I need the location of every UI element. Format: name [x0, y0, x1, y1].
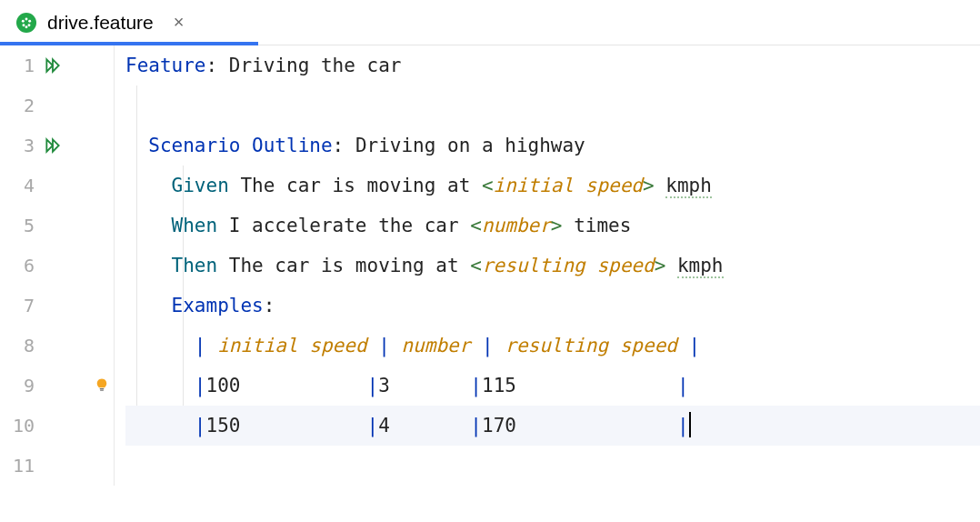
text: Driving the car — [217, 55, 401, 76]
pipe: | — [378, 335, 390, 356]
code-area[interactable]: Feature: Driving the car Scenario Outlin… — [115, 45, 980, 486]
text: times — [562, 215, 631, 236]
line-number: 11 — [0, 446, 42, 486]
code-line[interactable]: Examples: — [125, 286, 980, 326]
line-number: 9 — [0, 366, 42, 406]
text: I accelerate the car — [217, 215, 470, 236]
code-line[interactable]: | initial speed | number | resulting spe… — [125, 326, 980, 366]
param: number — [482, 215, 551, 236]
code-line[interactable]: |100 |3 |115 | — [125, 366, 980, 406]
text: The car is moving at — [229, 175, 482, 196]
gutter-row[interactable]: 6 — [0, 246, 114, 286]
param: resulting speed — [482, 255, 655, 276]
line-number: 1 — [0, 45, 42, 85]
code-line[interactable]: Then The car is moving at <resulting spe… — [125, 246, 980, 286]
editor-tab[interactable]: drive.feature × — [0, 0, 204, 45]
gutter-row[interactable]: 1 — [0, 45, 114, 85]
angle-close: > — [551, 215, 563, 236]
line-number: 3 — [0, 125, 42, 166]
gutter-row[interactable]: 4 — [0, 166, 114, 206]
table-cell: 150 — [206, 415, 367, 437]
svg-rect-7 — [100, 390, 104, 391]
line-number: 6 — [0, 246, 42, 286]
table-cell: 4 — [378, 415, 470, 437]
gutter-row[interactable]: 3 — [0, 125, 114, 166]
pipe: | — [195, 335, 206, 356]
angle-close: > — [655, 255, 666, 276]
gutter-row[interactable]: 11 — [0, 446, 114, 486]
angle-open: < — [470, 255, 482, 276]
keyword-given: Given — [172, 175, 229, 196]
svg-point-5 — [25, 25, 28, 28]
run-all-icon[interactable] — [44, 56, 62, 75]
pipe: | — [470, 375, 482, 397]
svg-point-1 — [22, 19, 25, 22]
tab-filename: drive.feature — [47, 12, 154, 34]
table-header: resulting speed — [494, 335, 689, 356]
code-line[interactable]: Given The car is moving at <initial spee… — [125, 166, 980, 206]
gutter-row[interactable]: 2 — [0, 85, 114, 125]
colon: : — [206, 55, 218, 76]
param: initial speed — [494, 175, 643, 196]
colon: : — [264, 295, 275, 316]
gutter-row[interactable]: 9 — [0, 366, 114, 406]
cucumber-icon — [16, 13, 36, 33]
gutter: 1 2 3 4 5 6 7 8 9 10 — [0, 45, 115, 486]
pipe: | — [195, 415, 206, 437]
line-number: 4 — [0, 166, 42, 206]
line-number: 7 — [0, 286, 42, 326]
keyword-examples: Examples — [172, 295, 264, 316]
svg-point-0 — [25, 17, 28, 20]
text-cursor — [689, 412, 691, 437]
line-number: 2 — [0, 85, 42, 125]
pipe: | — [677, 375, 689, 397]
gutter-row[interactable]: 7 — [0, 286, 114, 326]
table-header: number — [390, 335, 482, 356]
text — [665, 255, 677, 276]
table-cell: 3 — [378, 375, 470, 397]
run-all-icon[interactable] — [44, 136, 62, 155]
angle-close: > — [643, 175, 655, 196]
pipe: | — [195, 375, 206, 397]
keyword-when: When — [172, 215, 218, 236]
line-number: 8 — [0, 326, 42, 366]
table-cell: 115 — [482, 375, 677, 397]
line-number: 5 — [0, 206, 42, 246]
line-number: 10 — [0, 406, 42, 446]
pipe: | — [367, 375, 379, 397]
code-line[interactable] — [125, 446, 980, 486]
code-line[interactable]: Feature: Driving the car — [125, 45, 980, 85]
table-cell: 100 — [206, 375, 367, 397]
code-line[interactable]: When I accelerate the car <number> times — [125, 206, 980, 246]
keyword-scenario-outline: Scenario Outline — [148, 135, 332, 156]
code-line-active[interactable]: |150 |4 |170 | — [125, 406, 980, 446]
gutter-row[interactable]: 10 — [0, 406, 114, 446]
pipe: | — [677, 415, 689, 437]
svg-point-2 — [28, 19, 31, 22]
table-header: initial speed — [206, 335, 379, 356]
keyword-then: Then — [172, 255, 218, 276]
text — [655, 175, 666, 196]
text: Driving on a highway — [344, 135, 585, 156]
angle-open: < — [470, 215, 482, 236]
pipe: | — [482, 335, 494, 356]
angle-open: < — [482, 175, 494, 196]
close-icon[interactable]: × — [170, 12, 188, 33]
editor: 1 2 3 4 5 6 7 8 9 10 — [0, 45, 980, 486]
text-warning: kmph — [677, 255, 724, 278]
intention-bulb-icon[interactable] — [94, 377, 110, 394]
gutter-row[interactable]: 5 — [0, 206, 114, 246]
keyword-feature: Feature — [125, 55, 206, 76]
text-warning: kmph — [665, 175, 712, 198]
pipe: | — [367, 415, 379, 437]
pipe: | — [689, 335, 701, 356]
svg-point-4 — [28, 24, 31, 26]
code-line[interactable]: Scenario Outline: Driving on a highway — [125, 125, 980, 166]
svg-point-3 — [23, 24, 25, 26]
tab-bar: drive.feature × — [0, 0, 980, 45]
text: The car is moving at — [217, 255, 470, 276]
gutter-row[interactable]: 8 — [0, 326, 114, 366]
colon: : — [333, 135, 345, 156]
code-line[interactable] — [125, 85, 980, 125]
table-cell: 170 — [482, 415, 677, 437]
